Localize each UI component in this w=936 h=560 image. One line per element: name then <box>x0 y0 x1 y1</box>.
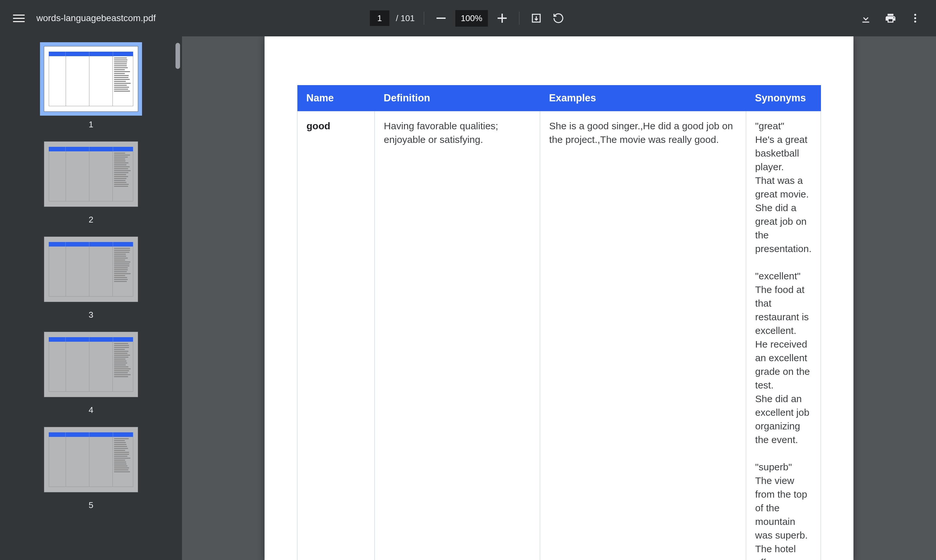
header-synonyms: Synonyms <box>746 85 820 111</box>
document-title: words-languagebeastcom.pdf <box>36 13 156 23</box>
header-name: Name <box>298 85 375 111</box>
divider <box>424 12 424 25</box>
cell-examples: She is a good singer.,He did a good job … <box>540 111 746 560</box>
menu-icon[interactable] <box>13 12 25 24</box>
thumbnail-number: 4 <box>89 405 93 415</box>
thumbnail-page-2[interactable]: 2 <box>0 141 182 225</box>
svg-point-6 <box>914 17 916 19</box>
download-button[interactable] <box>858 11 874 26</box>
page-number-input[interactable] <box>370 11 389 26</box>
rotate-button[interactable] <box>550 11 566 26</box>
thumbnail-number: 5 <box>89 500 93 510</box>
vocabulary-table: Name Definition Examples Synonyms goodHa… <box>297 85 821 560</box>
zoom-level: 100% <box>455 10 488 27</box>
more-options-button[interactable] <box>907 11 923 26</box>
thumbnail-number: 1 <box>89 120 93 129</box>
zoom-in-button[interactable] <box>494 11 510 26</box>
pdf-toolbar: words-languagebeastcom.pdf / 101 100% <box>0 0 936 36</box>
page-total: / 101 <box>396 13 415 23</box>
divider <box>519 12 520 25</box>
header-examples: Examples <box>540 85 746 111</box>
fit-to-page-button[interactable] <box>529 11 544 26</box>
thumbnail-page-1[interactable]: 1 <box>0 46 182 129</box>
pdf-page: Name Definition Examples Synonyms goodHa… <box>265 36 853 560</box>
svg-point-5 <box>914 14 916 16</box>
thumbnail-number: 3 <box>89 310 93 320</box>
cell-synonyms: "great" He's a great basketball player. … <box>746 111 820 560</box>
thumbnail-page-4[interactable]: 4 <box>0 332 182 415</box>
print-button[interactable] <box>883 11 898 26</box>
svg-point-7 <box>914 21 916 23</box>
thumbnail-page-3[interactable]: 3 <box>0 237 182 320</box>
thumbnail-sidebar[interactable]: 12345 <box>0 36 182 560</box>
table-row: goodHaving favorable qualities; enjoyabl… <box>298 111 821 560</box>
thumbnail-number: 2 <box>89 215 93 225</box>
cell-name: good <box>298 111 375 560</box>
header-definition: Definition <box>375 85 540 111</box>
thumbnail-page-5[interactable]: 5 <box>0 427 182 510</box>
sidebar-scrollbar[interactable] <box>176 43 180 69</box>
zoom-out-button[interactable] <box>433 11 449 26</box>
document-viewport[interactable]: Name Definition Examples Synonyms goodHa… <box>182 36 936 560</box>
cell-definition: Having favorable qualities; enjoyable or… <box>375 111 540 560</box>
